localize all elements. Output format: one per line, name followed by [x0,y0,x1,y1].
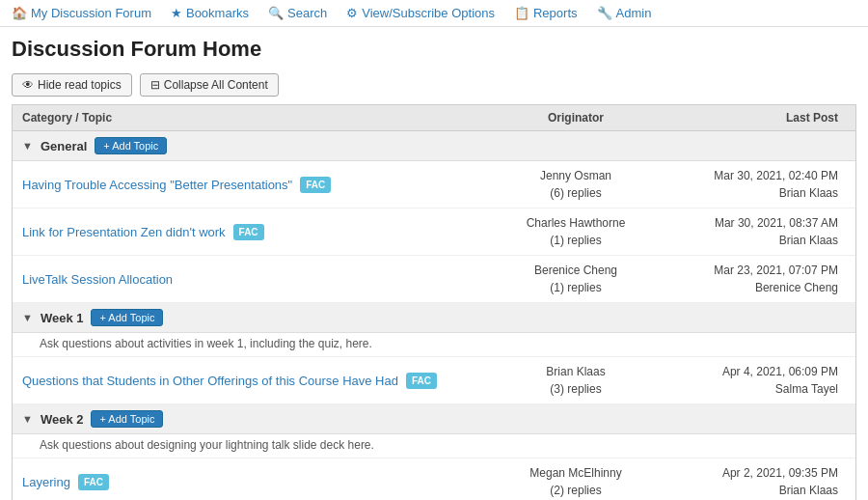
header-originator: Originator [499,111,653,125]
originator-cell: Berenice Cheng (1) replies [499,262,653,296]
reports-icon: 📋 [514,6,529,20]
reply-count: (1) replies [499,279,653,296]
last-post-cell: Mar 23, 2021, 07:07 PM Berenice Cheng [653,262,846,296]
last-post-date: Apr 2, 2021, 09:35 PM [653,464,838,482]
originator-name: Charles Hawthorne [499,214,653,232]
topic-cell: Link for Presentation Zen didn't work FA… [22,224,499,240]
category-desc-week2: Ask questions about designing your light… [13,434,855,458]
forum-wrapper: Category / Topic Originator Last Post ▼ … [0,104,868,500]
last-post-user: Brian Klaas [653,482,838,499]
collapse-icon: ⊟ [150,78,160,92]
reply-count: (3) replies [499,380,653,398]
category-name-general: General [41,139,87,153]
header-category-topic: Category / Topic [22,111,499,125]
collapse-all-button[interactable]: ⊟ Collapse All Content [140,73,279,97]
reply-count: (1) replies [499,232,653,249]
view-subscribe-link[interactable]: ⚙ View/Subscribe Options [346,6,495,20]
admin-icon: 🔧 [597,6,612,20]
table-row: Having Trouble Accessing "Better Present… [13,161,855,208]
fac-badge: FAC [233,224,264,240]
action-bar: 👁 Hide read topics ⊟ Collapse All Conten… [0,69,868,104]
originator-name: Megan McElhinny [499,464,653,482]
originator-name: Jenny Osman [499,167,653,184]
table-row: Link for Presentation Zen didn't work FA… [13,208,855,256]
bookmarks-icon: ★ [171,6,182,20]
topic-link[interactable]: Having Trouble Accessing "Better Present… [22,178,292,192]
category-row-week1: ▼ Week 1 + Add Topic [13,303,855,333]
last-post-user: Berenice Cheng [653,279,838,296]
fac-badge: FAC [406,373,437,389]
topic-link[interactable]: Link for Presentation Zen didn't work [22,225,226,239]
chevron-icon-general[interactable]: ▼ [22,140,33,152]
last-post-user: Brian Klaas [653,184,838,202]
category-row-week2: ▼ Week 2 + Add Topic [13,404,855,434]
topic-link[interactable]: Layering [22,475,70,489]
originator-name: Berenice Cheng [499,262,653,279]
topic-cell: Questions that Students in Other Offerin… [22,373,499,389]
admin-link[interactable]: 🔧 Admin [597,6,652,20]
forum-table: ▼ General + Add Topic Having Trouble Acc… [12,130,856,500]
page-title: Discussion Forum Home [0,27,868,69]
category-row-general: ▼ General + Add Topic [13,131,855,161]
last-post-cell: Mar 30, 2021, 08:37 AM Brian Klaas [653,214,846,249]
chevron-icon-week1[interactable]: ▼ [22,312,33,323]
topic-link[interactable]: LiveTalk Session Allocation [22,272,173,287]
topic-cell: Having Trouble Accessing "Better Present… [22,177,499,193]
last-post-date: Mar 23, 2021, 07:07 PM [653,262,838,279]
add-topic-button-week2[interactable]: + Add Topic [91,410,163,428]
table-row: LiveTalk Session Allocation Berenice Che… [13,256,855,303]
last-post-date: Mar 30, 2021, 08:37 AM [653,214,838,232]
bookmarks-link[interactable]: ★ Bookmarks [171,6,249,20]
table-header: Category / Topic Originator Last Post [12,104,856,130]
originator-cell: Charles Hawthorne (1) replies [499,214,653,249]
category-desc-week1: Ask questions about activities in week 1… [13,333,855,357]
add-topic-button-week1[interactable]: + Add Topic [91,309,163,326]
last-post-cell: Apr 4, 2021, 06:09 PM Salma Tayel [653,363,846,398]
originator-cell: Jenny Osman (6) replies [499,167,653,202]
hide-read-topics-button[interactable]: 👁 Hide read topics [12,73,132,97]
category-name-week1: Week 1 [41,311,84,325]
my-discussion-forum-link[interactable]: 🏠 My Discussion Forum [12,6,151,20]
search-icon: 🔍 [268,6,284,20]
last-post-user: Salma Tayel [653,380,838,398]
forum-icon: 🏠 [12,6,27,20]
search-link[interactable]: 🔍 Search [268,6,327,20]
reports-link[interactable]: 📋 Reports [514,6,578,20]
header-last-post: Last Post [653,111,846,125]
originator-name: Brian Klaas [499,363,653,380]
topic-cell: LiveTalk Session Allocation [22,272,499,287]
eye-icon: 👁 [22,78,34,92]
last-post-date: Apr 4, 2021, 06:09 PM [653,363,838,380]
last-post-date: Mar 30, 2021, 02:40 PM [653,167,838,184]
fac-badge: FAC [300,177,331,193]
originator-cell: Brian Klaas (3) replies [499,363,653,398]
last-post-cell: Apr 2, 2021, 09:35 PM Brian Klaas [653,464,846,499]
last-post-user: Brian Klaas [653,232,838,249]
gear-icon: ⚙ [346,6,358,20]
fac-badge: FAC [78,474,109,490]
reply-count: (6) replies [499,184,653,202]
originator-cell: Megan McElhinny (2) replies [499,464,653,499]
chevron-icon-week2[interactable]: ▼ [22,413,33,425]
last-post-cell: Mar 30, 2021, 02:40 PM Brian Klaas [653,167,846,202]
add-topic-button-general[interactable]: + Add Topic [95,137,167,154]
category-name-week2: Week 2 [41,412,84,427]
table-row: Questions that Students in Other Offerin… [13,357,855,404]
topic-cell: Layering FAC [22,474,499,490]
table-row: Layering FAC Megan McElhinny (2) replies… [13,458,855,500]
reply-count: (2) replies [499,482,653,499]
top-nav: 🏠 My Discussion Forum ★ Bookmarks 🔍 Sear… [0,0,868,27]
topic-link[interactable]: Questions that Students in Other Offerin… [22,374,398,388]
